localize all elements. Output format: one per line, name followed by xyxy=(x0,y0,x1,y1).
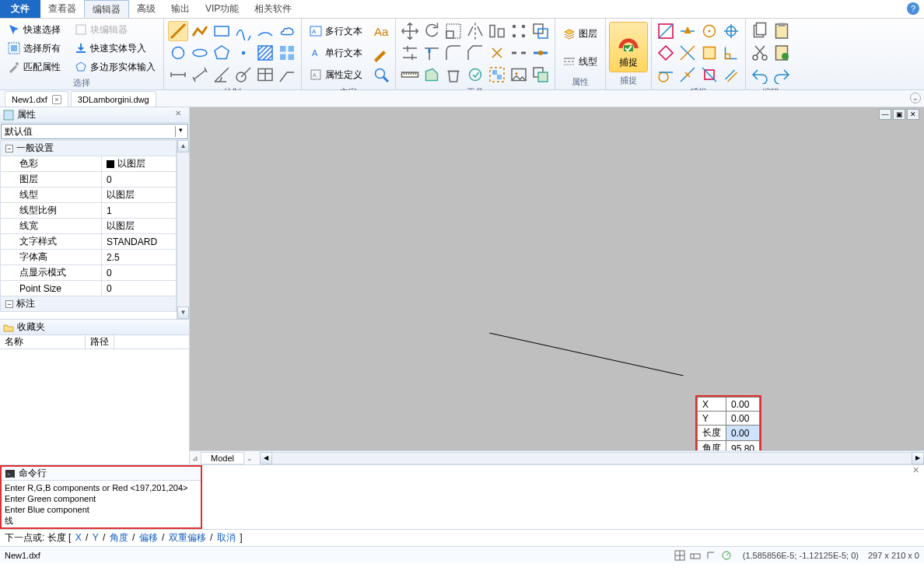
xref-icon[interactable] xyxy=(530,65,551,85)
snap-end-icon[interactable] xyxy=(656,21,676,41)
arc-icon[interactable] xyxy=(255,21,275,41)
cmd-opt-angle[interactable]: 角度 xyxy=(110,532,128,543)
undo-icon[interactable] xyxy=(750,65,770,85)
hscroll-left-icon[interactable]: ◀ xyxy=(260,452,272,464)
hatch-icon[interactable] xyxy=(255,43,275,63)
paste-icon[interactable] xyxy=(772,21,792,41)
prop-val-linetype[interactable]: 以图层 xyxy=(102,187,177,203)
hscroll-right-icon[interactable]: ▶ xyxy=(912,452,924,464)
prop-val-pdmode[interactable]: 0 xyxy=(102,265,177,281)
array-icon[interactable] xyxy=(509,21,529,41)
redo-icon[interactable] xyxy=(772,65,792,85)
block-editor-button[interactable]: 块编辑器 xyxy=(70,20,160,39)
status-dyn-icon[interactable] xyxy=(688,548,702,562)
status-polar-icon[interactable] xyxy=(719,548,733,562)
prop-val-lineweight[interactable]: 以图层 xyxy=(102,219,177,234)
command-input[interactable]: 下一点或: 长度 [ X / Y / 角度 / 偏移 / 双重偏移 / 取消 ] xyxy=(0,529,924,546)
block-icon[interactable] xyxy=(277,43,297,63)
prop-val-textstyle[interactable]: STANDARD xyxy=(102,234,177,250)
circle-icon[interactable] xyxy=(168,43,188,63)
doctab-new1[interactable]: New1.dxf× xyxy=(5,91,68,107)
scroll-up-icon[interactable]: ▲ xyxy=(177,140,189,152)
polygon-entity-input-button[interactable]: 多边形实体输入 xyxy=(70,58,160,76)
extend-icon[interactable] xyxy=(422,43,442,63)
menu-viewer[interactable]: 查看器 xyxy=(40,0,84,18)
canvas-close-icon[interactable]: ✕ xyxy=(907,109,919,120)
status-grid-icon[interactable] xyxy=(673,548,687,562)
properties-filter-dropdown[interactable]: 默认值▾ xyxy=(1,124,188,139)
fav-col-name[interactable]: 名称 xyxy=(0,335,86,349)
dyn-val-y[interactable]: 0.00 xyxy=(726,412,760,426)
scale-icon[interactable] xyxy=(443,21,464,41)
prop-val-ltscale[interactable]: 1 xyxy=(102,203,177,219)
fillet-icon[interactable] xyxy=(443,43,464,63)
dim-linear-icon[interactable] xyxy=(168,65,188,85)
cmd-opt-y[interactable]: Y xyxy=(93,532,99,543)
section-annot[interactable]: −标注 xyxy=(1,296,177,312)
line-icon[interactable] xyxy=(168,21,188,41)
snap-cen-icon[interactable] xyxy=(699,21,719,41)
dyn-val-x[interactable]: 0.00 xyxy=(726,398,760,412)
text-button[interactable]: A单行文本 xyxy=(305,44,367,62)
command-pin-icon[interactable]: ✕ xyxy=(912,465,919,475)
snap-par-icon[interactable] xyxy=(721,65,741,85)
snap-int-icon[interactable] xyxy=(677,43,698,63)
mirror-icon[interactable] xyxy=(465,21,485,41)
spline-icon[interactable] xyxy=(233,21,254,41)
audit-icon[interactable] xyxy=(465,65,485,85)
section-general[interactable]: −一般设置 xyxy=(1,141,177,156)
layer-button[interactable]: 图层 xyxy=(558,25,602,44)
snap-tan-icon[interactable] xyxy=(656,65,676,85)
snap-near-icon[interactable] xyxy=(677,65,698,85)
match-prop-button[interactable]: 匹配属性 xyxy=(3,58,65,76)
dim-radius-icon[interactable] xyxy=(233,65,254,85)
snap-ins-icon[interactable] xyxy=(699,43,719,63)
leader-icon[interactable] xyxy=(277,65,297,85)
paste-special-icon[interactable] xyxy=(772,43,792,63)
table-icon[interactable] xyxy=(255,65,275,85)
dim-aligned-icon[interactable] xyxy=(190,65,210,85)
text-find-icon[interactable] xyxy=(371,65,391,85)
align-icon[interactable] xyxy=(487,21,507,41)
canvas-hscroll[interactable]: ◀ ▶ xyxy=(260,452,924,464)
properties-scrollbar[interactable]: ▲ ▼ xyxy=(177,140,189,319)
join-icon[interactable] xyxy=(530,43,551,63)
menu-advanced[interactable]: 高级 xyxy=(129,0,163,18)
quick-select-button[interactable]: 快速选择 xyxy=(3,20,65,39)
dyn-val-length[interactable]: 0.00 xyxy=(726,426,760,441)
drawing-canvas[interactable]: X0.00 Y0.00 长度0.00 角度95.80 xyxy=(190,107,924,450)
status-ortho-icon[interactable] xyxy=(704,548,718,562)
snap-mid-icon[interactable] xyxy=(677,21,698,41)
model-chevron[interactable]: ⌄ xyxy=(244,454,255,462)
prop-val-pdsize[interactable]: 0 xyxy=(102,281,177,296)
text-style-icon[interactable]: Aa xyxy=(371,21,391,41)
pin-icon[interactable]: ✕ xyxy=(175,109,186,120)
cut-icon[interactable] xyxy=(750,43,770,63)
menu-vip[interactable]: VIP功能 xyxy=(198,0,247,18)
move-icon[interactable] xyxy=(400,21,420,41)
chamfer-icon[interactable] xyxy=(465,43,485,63)
cmd-opt-doffset[interactable]: 双重偏移 xyxy=(169,532,206,543)
prop-val-color[interactable]: 以图层 xyxy=(102,156,177,172)
prop-val-layer[interactable]: 0 xyxy=(102,172,177,187)
polygon-icon[interactable] xyxy=(212,43,232,63)
ellipse-icon[interactable] xyxy=(190,43,210,63)
snap-node-icon[interactable] xyxy=(721,21,741,41)
canvas-restore-icon[interactable]: ▣ xyxy=(893,109,905,120)
copy-icon[interactable] xyxy=(750,21,770,41)
dim-angular-icon[interactable] xyxy=(212,65,232,85)
prop-val-textheight[interactable]: 2.5 xyxy=(102,250,177,265)
model-tab[interactable]: Model xyxy=(201,452,244,464)
mtext-button[interactable]: A多行文本 xyxy=(305,22,367,40)
text-edit-icon[interactable] xyxy=(371,43,391,63)
menu-editor[interactable]: 编辑器 xyxy=(84,0,129,18)
purge-icon[interactable] xyxy=(443,65,464,85)
quick-entity-import-button[interactable]: 快速实体导入 xyxy=(70,39,160,58)
break-icon[interactable] xyxy=(509,43,529,63)
point-icon[interactable] xyxy=(233,43,254,63)
snap-qua-icon[interactable] xyxy=(656,43,676,63)
cmd-opt-x[interactable]: X xyxy=(75,532,82,543)
rect-icon[interactable] xyxy=(212,21,232,41)
menu-output[interactable]: 输出 xyxy=(163,0,198,18)
linetype-button[interactable]: 线型 xyxy=(558,52,602,71)
